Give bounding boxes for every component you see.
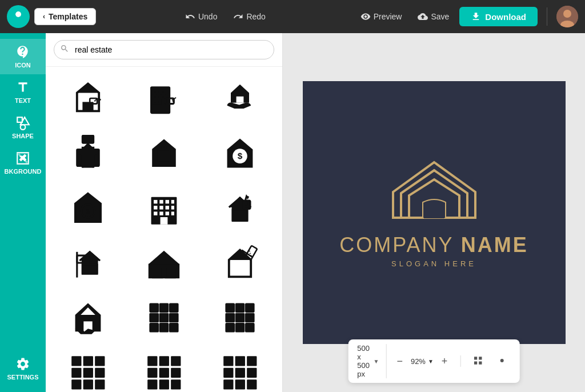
sidebar-item-icon[interactable]: ICON	[0, 39, 46, 74]
svg-rect-102	[224, 356, 234, 366]
svg-rect-65	[170, 304, 178, 312]
svg-rect-78	[226, 323, 234, 331]
sidebar-item-settings[interactable]: SETTINGS	[0, 351, 46, 386]
sidebar-item-text[interactable]: TEXT	[0, 74, 46, 110]
zoom-chevron-icon: ▼	[428, 358, 434, 365]
grid-view-button[interactable]	[470, 354, 487, 369]
search-icon	[60, 44, 69, 55]
download-button[interactable]: Download	[459, 7, 538, 26]
icon-grid-building-3[interactable]	[51, 347, 124, 392]
text-tab-icon	[15, 80, 30, 95]
svg-rect-12	[162, 90, 165, 93]
svg-rect-20	[237, 97, 244, 103]
svg-rect-101	[171, 379, 181, 389]
svg-rect-45	[233, 210, 248, 221]
logo-house	[388, 158, 480, 223]
icon-grid-building-2[interactable]	[204, 292, 277, 343]
preview-button[interactable]: Preview	[355, 8, 408, 25]
icon-house-dollar[interactable]: $	[204, 127, 277, 179]
svg-point-112	[500, 359, 504, 362]
sidebar-item-background[interactable]: BKGROUND	[0, 145, 46, 181]
sidebar-bottom-section: SETTINGS	[0, 351, 46, 392]
icon-hand-house[interactable]	[204, 73, 277, 124]
grid-icon	[473, 355, 483, 366]
icon-house-coin[interactable]: $	[51, 182, 124, 234]
icon-building-tag[interactable]	[127, 73, 200, 124]
svg-rect-104	[247, 356, 257, 366]
bottom-bar: 500 x 500 px ▼ − 92% ▼ +	[348, 339, 520, 383]
undo-label: Undo	[198, 12, 217, 21]
sidebar-icon-label: ICON	[15, 62, 31, 69]
svg-rect-33	[159, 200, 163, 203]
zoom-value[interactable]: 92% ▼	[411, 357, 434, 366]
size-selector[interactable]: 500 x 500 px ▼	[357, 344, 386, 378]
toolbar: ‹ Templates Undo Redo Preview Save Downl…	[0, 0, 585, 33]
svg-rect-94	[159, 356, 169, 366]
templates-label: Templates	[49, 12, 87, 21]
canvas-container[interactable]: COMPANY NAME SLOGAN HERE	[303, 81, 566, 344]
zoom-controls: − 92% ▼ +	[393, 354, 451, 369]
svg-rect-108	[224, 379, 234, 389]
user-avatar[interactable]	[556, 6, 578, 27]
svg-rect-91	[83, 379, 93, 389]
icon-office-building[interactable]	[127, 182, 200, 234]
svg-rect-24	[82, 135, 93, 143]
svg-rect-89	[95, 368, 105, 378]
svg-rect-38	[166, 206, 169, 209]
sidebar-item-shape[interactable]: SHAPE	[0, 110, 46, 145]
svg-rect-106	[235, 368, 245, 378]
svg-rect-43	[171, 211, 174, 215]
svg-rect-90	[71, 379, 81, 389]
undo-button[interactable]: Undo	[179, 8, 223, 25]
zoom-in-button[interactable]: +	[438, 354, 451, 369]
icon-house-forsale[interactable]	[204, 182, 277, 234]
icon-grid-building-5[interactable]	[204, 347, 277, 392]
svg-rect-96	[147, 368, 157, 378]
svg-rect-107	[247, 368, 257, 378]
icon-house-hand-up[interactable]	[51, 292, 124, 343]
align-button[interactable]	[494, 354, 511, 369]
redo-button[interactable]: Redo	[227, 8, 271, 25]
icon-house-signpost[interactable]	[51, 237, 124, 289]
zoom-out-button[interactable]: −	[393, 354, 406, 369]
company-name-light: COMPANY	[339, 233, 461, 257]
svg-rect-25	[158, 150, 169, 162]
undo-icon	[185, 11, 195, 22]
svg-rect-76	[236, 314, 244, 322]
save-button[interactable]: Save	[412, 8, 455, 25]
icon-price-tag-house[interactable]	[127, 127, 200, 179]
icon-house-sign[interactable]	[51, 127, 124, 179]
logo-button[interactable]	[7, 5, 30, 28]
icon-grid-building-4[interactable]	[127, 347, 200, 392]
svg-point-0	[15, 11, 21, 17]
svg-rect-109	[235, 379, 245, 389]
templates-button[interactable]: ‹ Templates	[34, 8, 96, 25]
search-input[interactable]	[54, 40, 274, 59]
save-icon	[418, 11, 428, 22]
icon-tab-icon	[15, 45, 30, 59]
icon-house-ruler[interactable]	[204, 237, 277, 289]
svg-rect-67	[160, 314, 168, 322]
svg-rect-17	[157, 101, 160, 103]
background-tab-icon	[15, 151, 30, 166]
preview-icon	[360, 11, 371, 22]
sidebar-shape-label: SHAPE	[12, 133, 34, 139]
icon-house-tag[interactable]	[51, 73, 124, 124]
avatar-icon	[556, 6, 578, 27]
svg-rect-41	[159, 211, 163, 215]
svg-rect-56	[245, 246, 257, 260]
icon-grid-building-1[interactable]	[127, 292, 200, 343]
chevron-down-icon: ▼	[373, 358, 379, 365]
svg-rect-111	[424, 203, 444, 218]
svg-rect-97	[159, 368, 169, 378]
svg-rect-64	[160, 304, 168, 312]
search-wrapper	[54, 40, 274, 59]
icon-grid: $ $	[46, 67, 282, 392]
svg-rect-77	[246, 314, 254, 322]
icon-warehouse[interactable]	[127, 237, 200, 289]
icon-panel: $ $	[46, 33, 283, 392]
search-bar	[46, 33, 282, 67]
svg-rect-16	[153, 101, 156, 103]
svg-text:$: $	[86, 208, 90, 215]
svg-rect-11	[157, 90, 160, 93]
